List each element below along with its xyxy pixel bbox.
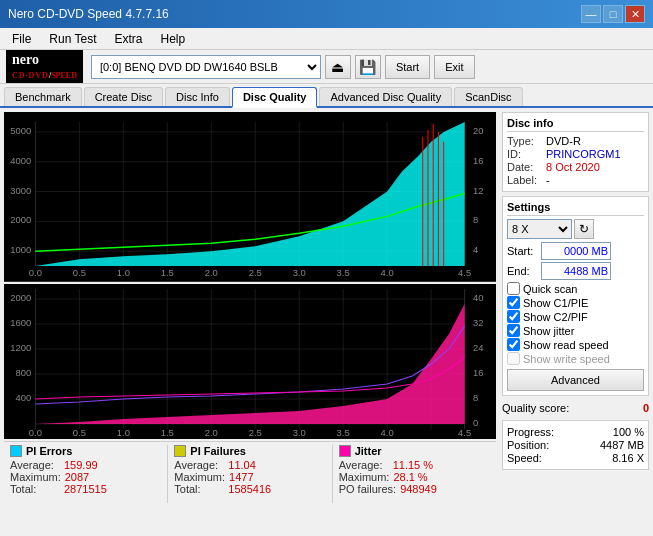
tab-scandisc[interactable]: ScanDisc xyxy=(454,87,522,106)
minimize-button[interactable]: — xyxy=(581,5,601,23)
read-speed-checkbox[interactable] xyxy=(507,338,520,351)
stat-divider-2 xyxy=(332,445,333,503)
stat-pi-failures: PI Failures Average: 11.04 Maximum: 1477… xyxy=(174,445,325,503)
svg-text:16: 16 xyxy=(473,368,483,378)
svg-text:12: 12 xyxy=(473,186,483,196)
disc-label-row: Label: - xyxy=(507,174,644,186)
settings-title: Settings xyxy=(507,201,644,216)
pi-failures-avg-label: Average: xyxy=(174,459,224,471)
end-mb-input[interactable] xyxy=(541,262,611,280)
svg-text:0.5: 0.5 xyxy=(73,428,86,438)
svg-text:800: 800 xyxy=(16,368,32,378)
pi-failures-total-row: Total: 1585416 xyxy=(174,483,325,495)
c2-checkbox[interactable] xyxy=(507,310,520,323)
pi-errors-avg-label: Average: xyxy=(10,459,60,471)
svg-text:0: 0 xyxy=(473,418,478,428)
menu-extra[interactable]: Extra xyxy=(106,30,150,48)
chart-bottom-svg: 2000 1600 1200 800 400 40 32 24 16 8 0 0… xyxy=(4,284,496,439)
progress-value: 100 % xyxy=(613,426,644,438)
start-mb-input[interactable] xyxy=(541,242,611,260)
pi-failures-avg-row: Average: 11.04 xyxy=(174,459,325,471)
type-value: DVD-R xyxy=(546,135,581,147)
c1-row: Show C1/PIE xyxy=(507,296,644,309)
c2-label: Show C2/PIF xyxy=(523,311,588,323)
svg-text:4.5: 4.5 xyxy=(458,268,471,278)
menu-file[interactable]: File xyxy=(4,30,39,48)
pi-errors-avg-row: Average: 159.99 xyxy=(10,459,161,471)
close-button[interactable]: ✕ xyxy=(625,5,645,23)
progress-label: Progress: xyxy=(507,426,554,438)
c1-label: Show C1/PIE xyxy=(523,297,588,309)
end-mb-row: End: xyxy=(507,262,644,280)
toolbar: nero CD·DVD/SPEED [0:0] BENQ DVD DD DW16… xyxy=(0,50,653,84)
pi-errors-color xyxy=(10,445,22,457)
right-panel: Disc info Type: DVD-R ID: PRINCORGM1 Dat… xyxy=(498,108,653,536)
title-bar: Nero CD-DVD Speed 4.7.7.16 — □ ✕ xyxy=(0,0,653,28)
tabs: Benchmark Create Disc Disc Info Disc Qua… xyxy=(0,84,653,108)
title-bar-title: Nero CD-DVD Speed 4.7.7.16 xyxy=(8,7,169,21)
read-speed-row: Show read speed xyxy=(507,338,644,351)
svg-text:2.0: 2.0 xyxy=(205,428,218,438)
pi-failures-color xyxy=(174,445,186,457)
save-icon-button[interactable]: 💾 xyxy=(355,55,381,79)
jitter-checkbox[interactable] xyxy=(507,324,520,337)
id-value: PRINCORGM1 xyxy=(546,148,621,160)
speed-row: 8 X Maximum 2 X 4 X 6 X 12 X ↻ xyxy=(507,219,644,239)
jitter-max-label: Maximum: xyxy=(339,471,390,483)
speed-value: 8.16 X xyxy=(612,452,644,464)
refresh-button[interactable]: ↻ xyxy=(574,219,594,239)
jitter-po-label: PO failures: xyxy=(339,483,396,495)
start-button[interactable]: Start xyxy=(385,55,430,79)
tab-create-disc[interactable]: Create Disc xyxy=(84,87,163,106)
quick-scan-checkbox[interactable] xyxy=(507,282,520,295)
write-speed-row: Show write speed xyxy=(507,352,644,365)
stat-pi-errors-header: PI Errors xyxy=(10,445,161,457)
svg-text:3.0: 3.0 xyxy=(293,428,306,438)
date-row: Date: 8 Oct 2020 xyxy=(507,161,644,173)
c1-checkbox[interactable] xyxy=(507,296,520,309)
chart-bottom: 2000 1600 1200 800 400 40 32 24 16 8 0 0… xyxy=(4,284,496,439)
tab-disc-quality[interactable]: Disc Quality xyxy=(232,87,318,108)
date-value: 8 Oct 2020 xyxy=(546,161,600,173)
svg-text:2.5: 2.5 xyxy=(249,268,262,278)
svg-text:1.5: 1.5 xyxy=(161,268,174,278)
tab-disc-info[interactable]: Disc Info xyxy=(165,87,230,106)
jitter-max-value: 28.1 % xyxy=(393,471,453,483)
write-speed-label: Show write speed xyxy=(523,353,610,365)
svg-text:1000: 1000 xyxy=(10,245,31,255)
menu-help[interactable]: Help xyxy=(153,30,194,48)
exit-button[interactable]: Exit xyxy=(434,55,474,79)
write-speed-checkbox[interactable] xyxy=(507,352,520,365)
menu-bar: File Run Test Extra Help xyxy=(0,28,653,50)
maximize-button[interactable]: □ xyxy=(603,5,623,23)
disc-label-value: - xyxy=(546,174,550,186)
svg-text:2.0: 2.0 xyxy=(205,268,218,278)
date-label: Date: xyxy=(507,161,542,173)
pi-errors-total-row: Total: 2871515 xyxy=(10,483,161,495)
id-row: ID: PRINCORGM1 xyxy=(507,148,644,160)
pi-errors-max-row: Maximum: 2087 xyxy=(10,471,161,483)
speed-select[interactable]: 8 X Maximum 2 X 4 X 6 X 12 X xyxy=(507,219,572,239)
svg-text:400: 400 xyxy=(16,393,32,403)
quick-scan-row: Quick scan xyxy=(507,282,644,295)
c2-row: Show C2/PIF xyxy=(507,310,644,323)
drive-select[interactable]: [0:0] BENQ DVD DD DW1640 BSLB xyxy=(91,55,321,79)
stat-divider-1 xyxy=(167,445,168,503)
pi-failures-total-label: Total: xyxy=(174,483,224,495)
svg-text:4.0: 4.0 xyxy=(381,268,394,278)
svg-text:1.0: 1.0 xyxy=(117,428,130,438)
tab-advanced-disc-quality[interactable]: Advanced Disc Quality xyxy=(319,87,452,106)
pi-errors-avg-value: 159.99 xyxy=(64,459,124,471)
svg-text:40: 40 xyxy=(473,293,483,303)
svg-text:2000: 2000 xyxy=(10,216,31,226)
menu-run-test[interactable]: Run Test xyxy=(41,30,104,48)
main-content: 5000 4000 3000 2000 1000 20 16 12 8 4 0.… xyxy=(0,108,653,536)
progress-section: Progress: 100 % Position: 4487 MB Speed:… xyxy=(502,420,649,470)
tab-benchmark[interactable]: Benchmark xyxy=(4,87,82,106)
svg-text:0.5: 0.5 xyxy=(73,268,86,278)
eject-icon-button[interactable]: ⏏ xyxy=(325,55,351,79)
svg-text:32: 32 xyxy=(473,318,483,328)
advanced-button[interactable]: Advanced xyxy=(507,369,644,391)
svg-text:8: 8 xyxy=(473,216,478,226)
nero-logo: nero CD·DVD/SPEED xyxy=(6,50,83,84)
